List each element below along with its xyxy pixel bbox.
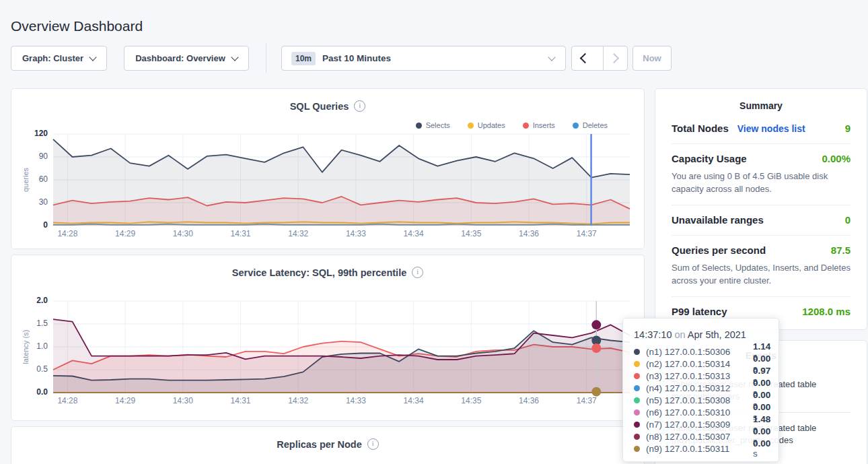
x-axis-tick: 14:34 — [398, 396, 430, 405]
legend-label: Deletes — [583, 121, 608, 129]
x-axis-tick: 14:35 — [455, 229, 487, 238]
time-next-button[interactable] — [603, 46, 628, 70]
summary-row-label: Total Nodes — [672, 123, 729, 134]
chevron-right-icon — [608, 53, 619, 64]
node-address: (n6) 127.0.0.1:50310 — [646, 407, 747, 418]
tooltip-row: (n2) 127.0.0.1:50314 0.00 s — [634, 358, 768, 370]
info-icon[interactable]: i — [412, 267, 423, 278]
y-axis-tick: 30 — [17, 197, 48, 207]
controls-divider — [266, 43, 266, 73]
graph-scope-label: Graph: Cluster — [22, 53, 83, 63]
time-range-badge: 10m — [291, 52, 316, 65]
summary-row: Capacity Usage 0.00% You are using 0 B o… — [672, 143, 851, 205]
time-nav-group — [571, 46, 628, 71]
chevron-down-icon — [231, 53, 238, 61]
time-prev-button[interactable] — [572, 46, 596, 70]
node-address: (n8) 127.0.0.1:50307 — [646, 432, 747, 442]
tooltip-row: (n1) 127.0.0.1:50306 1.14 s — [634, 345, 768, 358]
dashboard-dropdown[interactable]: Dashboard: Overview — [124, 46, 249, 71]
legend-item: Selects — [416, 121, 450, 129]
chart-tooltip: 14:37:10 on Apr 5th, 2021 (n1) 127.0.0.1… — [622, 318, 779, 462]
info-icon[interactable]: i — [367, 438, 379, 450]
info-icon[interactable]: i — [354, 100, 365, 112]
summary-row-label: Unavailable ranges — [672, 214, 764, 226]
graph-scope-dropdown[interactable]: Graph: Cluster — [11, 46, 107, 71]
x-axis-tick: 14:31 — [225, 229, 257, 238]
y-axis-tick: 0.5 — [17, 364, 48, 374]
chevron-down-icon — [548, 53, 555, 61]
x-axis-tick: 14:37 — [571, 396, 603, 405]
node-color-icon — [634, 361, 640, 367]
node-color-icon — [634, 434, 640, 440]
hover-dot — [591, 387, 601, 397]
service-latency-plot[interactable]: 0.00.51.01.52.0latency (s)14:2814:2914:3… — [53, 301, 630, 393]
summary-row-label: Queries per second — [672, 244, 766, 256]
chart-title-text: Replicas per Node — [277, 439, 362, 450]
now-button[interactable]: Now — [632, 46, 672, 71]
tooltip-time: 14:37:10 — [634, 329, 672, 340]
legend-swatch-icon — [468, 123, 474, 129]
sql-queries-plot[interactable]: 0306090120queries14:2814:2914:3014:3114:… — [53, 134, 630, 226]
node-address: (n3) 127.0.0.1:50313 — [646, 371, 747, 381]
summary-row: Unavailable ranges 0 — [672, 205, 851, 235]
chart-title: Service Latency: SQL, 99th percentile i — [11, 267, 644, 278]
summary-row-subtext: You are using 0 B of 4.5 GiB usable disk… — [672, 170, 851, 195]
legend-label: Inserts — [533, 121, 555, 129]
node-address: (n5) 127.0.0.1:50308 — [646, 395, 747, 405]
legend-item: Deletes — [573, 121, 608, 129]
time-range-dropdown[interactable]: 10m Past 10 Minutes — [281, 46, 566, 71]
tooltip-row: (n9) 127.0.0.1:50311 0.00 s — [634, 442, 768, 455]
tooltip-connector: on — [674, 329, 685, 340]
x-axis-tick: 14:30 — [167, 229, 199, 238]
chart-title-text: Service Latency: SQL, 99th percentile — [232, 267, 407, 278]
y-axis-tick: 0 — [17, 220, 48, 230]
x-axis-tick: 14:36 — [513, 229, 545, 238]
legend-swatch-icon — [416, 123, 422, 129]
legend-label: Selects — [426, 121, 450, 129]
summary-row-label: P99 latency — [672, 306, 727, 317]
node-color-icon — [634, 446, 640, 452]
replicas-per-node-panel: Replicas per Node i — [11, 426, 645, 464]
view-nodes-link[interactable]: View nodes list — [737, 123, 805, 134]
summary-row-subtext: Sum of Selects, Updates, Inserts, and De… — [672, 261, 851, 287]
x-axis-tick: 14:28 — [51, 396, 83, 405]
x-axis-tick: 14:32 — [282, 229, 314, 238]
y-axis-tick: 0.0 — [17, 387, 48, 397]
x-axis-tick: 14:36 — [513, 396, 545, 405]
hover-dot — [591, 343, 601, 353]
x-axis-tick: 14:28 — [51, 229, 83, 238]
summary-row: Total Nodes View nodes list 9 — [672, 114, 851, 143]
x-axis-tick: 14:34 — [398, 229, 430, 238]
sql-queries-panel: SQL Queries i Selects Updates Inserts De… — [11, 88, 645, 249]
node-address: (n7) 127.0.0.1:50309 — [646, 420, 747, 430]
x-axis-tick: 14:37 — [571, 229, 603, 238]
node-address: (n9) 127.0.0.1:50311 — [646, 444, 747, 454]
legend-label: Updates — [478, 121, 505, 129]
tooltip-timestamp: 14:37:10 on Apr 5th, 2021 — [634, 329, 768, 340]
node-color-icon — [634, 422, 640, 428]
summary-title: Summary — [672, 100, 851, 111]
legend-swatch-icon — [573, 123, 579, 129]
chevron-left-icon — [580, 53, 591, 64]
x-axis-tick: 14:33 — [340, 229, 372, 238]
y-axis-tick: 1.5 — [17, 319, 48, 328]
x-axis-tick: 14:35 — [455, 396, 487, 405]
y-axis-title: queries — [22, 168, 30, 192]
tooltip-row: (n7) 127.0.0.1:50309 1.48 s — [634, 418, 768, 430]
chart-title: SQL Queries i — [11, 100, 644, 112]
tooltip-row: (n4) 127.0.0.1:50312 0.00 s — [634, 382, 768, 394]
legend-item: Updates — [468, 121, 505, 129]
legend-item: Inserts — [523, 121, 555, 129]
node-color-icon — [634, 397, 640, 403]
page-title: Overview Dashboard — [11, 18, 143, 34]
node-color-icon — [634, 385, 640, 391]
tooltip-row: (n3) 127.0.0.1:50313 0.97 s — [634, 370, 768, 382]
summary-row-value: 0 — [845, 214, 851, 226]
x-axis-tick: 14:30 — [167, 396, 199, 405]
node-address: (n1) 127.0.0.1:50306 — [646, 347, 747, 357]
tooltip-row: (n5) 127.0.0.1:50308 0.00 s — [634, 394, 768, 406]
chart-title-text: SQL Queries — [290, 101, 349, 112]
tooltip-row: (n6) 127.0.0.1:50310 0.00 s — [634, 406, 768, 418]
latency-value: 0.00 s — [753, 438, 770, 459]
summary-row: Queries per second 87.5 Sum of Selects, … — [672, 235, 851, 296]
